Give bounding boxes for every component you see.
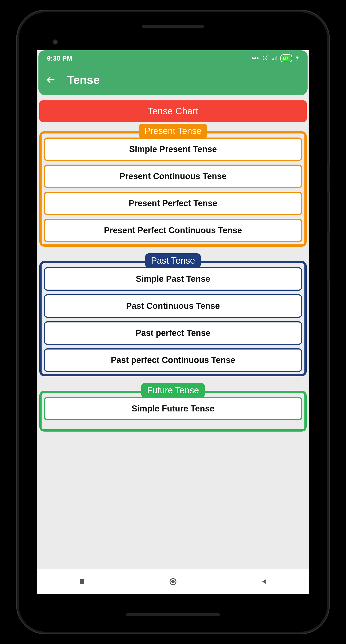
top-bar: 9:38 PM ••• 87: [38, 50, 308, 95]
svg-rect-3: [275, 57, 276, 60]
more-icon: •••: [252, 54, 259, 62]
content-area: Tense Chart Present Tense Simple Present…: [37, 95, 309, 569]
screen: 9:38 PM ••• 87: [37, 50, 309, 594]
tense-item-present-perfect[interactable]: Present Perfect Tense: [44, 192, 302, 215]
nav-back-icon[interactable]: [260, 577, 269, 586]
tense-item-past-continuous[interactable]: Past Continuous Tense: [44, 294, 302, 318]
past-tense-label: Past Tense: [145, 253, 201, 268]
battery-level: 87: [282, 56, 290, 61]
phone-frame: 9:38 PM ••• 87: [19, 12, 327, 632]
svg-rect-4: [276, 56, 277, 60]
nav-home-icon[interactable]: [169, 577, 177, 586]
speaker-top: [142, 24, 204, 28]
past-tense-group: Past Tense Simple Past Tense Past Contin…: [39, 261, 307, 376]
tense-item-present-continuous[interactable]: Present Continuous Tense: [44, 164, 302, 188]
back-button[interactable]: [45, 74, 56, 86]
tense-item-simple-past[interactable]: Simple Past Tense: [44, 267, 302, 291]
charging-icon: [296, 54, 299, 62]
future-tense-label: Future Tense: [141, 383, 205, 398]
tense-item-simple-present[interactable]: Simple Present Tense: [44, 138, 302, 161]
future-tense-group: Future Tense Simple Future Tense: [39, 391, 307, 432]
android-nav-bar: [37, 569, 309, 594]
speaker-bottom: [126, 613, 220, 616]
present-tense-label: Present Tense: [139, 124, 207, 138]
side-button: [327, 232, 330, 281]
status-bar: 9:38 PM ••• 87: [38, 50, 308, 64]
svg-rect-2: [273, 58, 274, 60]
alarm-icon: [262, 54, 268, 62]
tense-item-past-perfect[interactable]: Past perfect Tense: [44, 321, 302, 345]
status-right: ••• 87: [252, 54, 299, 62]
front-camera: [52, 39, 58, 45]
battery-indicator: 87: [280, 54, 292, 62]
present-tense-group: Present Tense Simple Present Tense Prese…: [39, 131, 307, 247]
signal-icon: [271, 54, 277, 62]
tense-chart-header[interactable]: Tense Chart: [39, 100, 307, 122]
app-bar: Tense: [38, 64, 308, 89]
side-button: [327, 164, 330, 191]
svg-rect-6: [80, 580, 84, 584]
svg-point-8: [171, 580, 175, 583]
tense-item-present-perfect-continuous[interactable]: Present Perfect Continuous Tense: [44, 219, 302, 242]
page-title: Tense: [67, 73, 100, 86]
svg-rect-1: [272, 58, 273, 60]
tense-item-simple-future[interactable]: Simple Future Tense: [44, 397, 302, 420]
tense-item-past-perfect-continuous[interactable]: Past perfect Continuous Tense: [44, 348, 302, 372]
nav-recent-icon[interactable]: [77, 577, 86, 586]
status-time: 9:38 PM: [47, 54, 72, 62]
